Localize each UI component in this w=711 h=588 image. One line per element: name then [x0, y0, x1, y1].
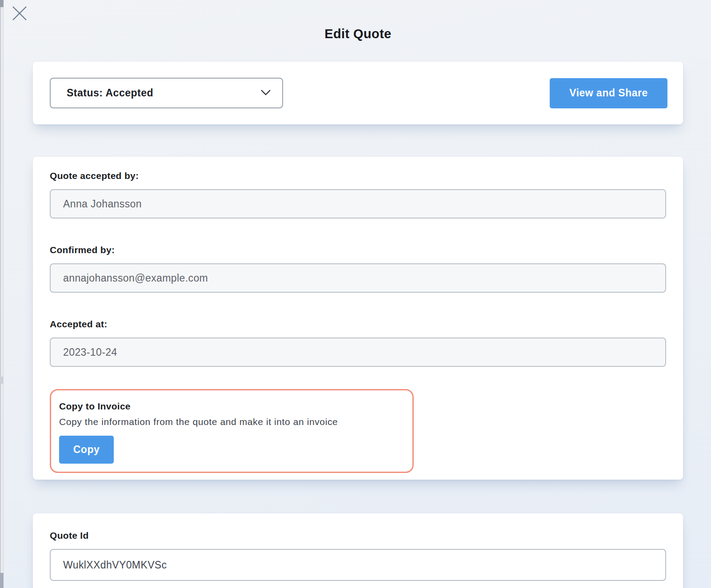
underlying-page-fragment [0, 573, 4, 588]
copy-to-invoice-heading: Copy to Invoice [59, 401, 404, 412]
quote-id-label: Quote Id [50, 531, 666, 540]
accepted-at-input[interactable] [50, 338, 666, 367]
field-label: Accepted at: [50, 320, 666, 329]
quote-accepted-by-input[interactable] [50, 189, 666, 219]
confirmed-by-input[interactable] [50, 263, 666, 293]
field-group-accepted-at: Accepted at: [50, 320, 666, 367]
close-button[interactable] [9, 3, 30, 24]
copy-to-invoice-callout: Copy to Invoice Copy the information fro… [50, 389, 414, 473]
field-group-accepted-by: Quote accepted by: [50, 171, 666, 219]
underlying-page-fragment [0, 377, 4, 384]
quote-details-card: Quote accepted by: Confirmed by: Accepte… [33, 157, 683, 480]
page-title: Edit Quote [33, 0, 683, 43]
status-select[interactable]: Status: Accepted [50, 78, 283, 108]
underlying-page-fragment [0, 0, 4, 7]
quote-id-input[interactable] [50, 549, 666, 581]
status-toolbar-card: Status: Accepted View and Share [33, 62, 683, 124]
field-label: Confirmed by: [50, 246, 666, 254]
underlying-page-edge [0, 0, 4, 588]
chevron-down-icon [260, 89, 272, 98]
edit-quote-panel: Edit Quote Status: Accepted View and Sha… [4, 0, 711, 588]
field-group-confirmed-by: Confirmed by: [50, 246, 666, 293]
status-select-value: Status: Accepted [67, 87, 153, 99]
field-label: Quote accepted by: [50, 171, 666, 180]
close-icon [12, 6, 27, 22]
quote-id-card: Quote Id [33, 513, 683, 588]
view-and-share-button[interactable]: View and Share [550, 78, 667, 108]
copy-button[interactable]: Copy [59, 436, 114, 464]
copy-to-invoice-description: Copy the information from the quote and … [59, 417, 404, 427]
